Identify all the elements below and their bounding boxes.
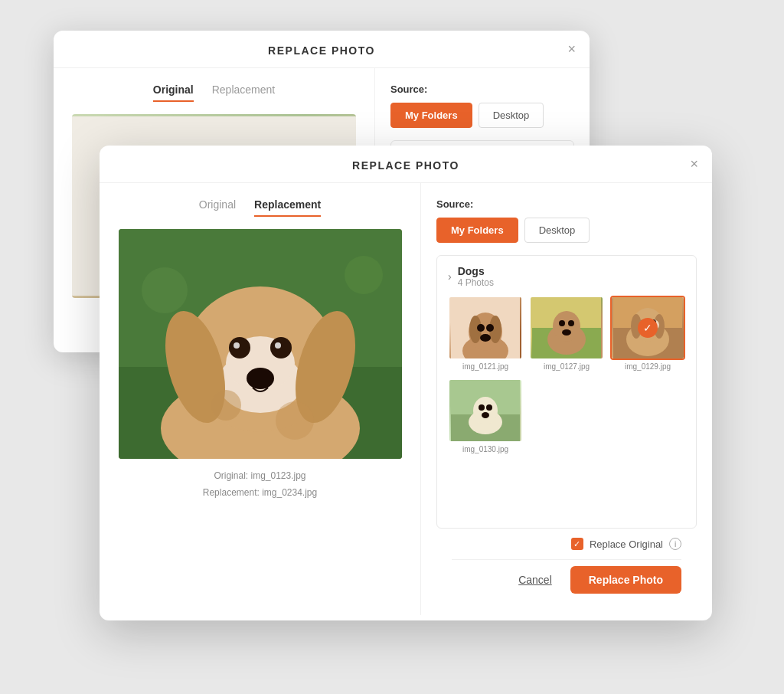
info-icon[interactable]: i <box>669 538 681 550</box>
svg-point-49 <box>480 334 491 342</box>
svg-point-27 <box>345 256 383 294</box>
fg-tab-original[interactable]: Original <box>199 198 236 217</box>
fg-left-panel: Original Replacement <box>100 183 421 615</box>
cancel-button[interactable]: Cancel <box>509 566 561 594</box>
bg-source-label: Source: <box>390 83 574 95</box>
fg-dogs-info: Dogs 4 Photos <box>458 265 494 288</box>
bg-close-button[interactable]: × <box>567 42 576 56</box>
fg-tab-replacement[interactable]: Replacement <box>254 198 321 217</box>
bg-source-buttons: My Folders Desktop <box>390 103 574 128</box>
photo-name-2: img_0127.jpg <box>529 362 604 371</box>
svg-point-37 <box>234 342 240 349</box>
fg-photos-grid-row2: img_0130.jpg <box>448 378 685 453</box>
photo-name-4: img_0130.jpg <box>448 445 523 453</box>
svg-point-41 <box>276 401 314 440</box>
svg-point-73 <box>486 404 492 411</box>
photo-image-2 <box>531 297 603 358</box>
fg-tabs: Original Replacement <box>199 198 321 217</box>
photo-item-1[interactable]: img_0121.jpg <box>448 296 523 371</box>
fg-replacement-image <box>119 229 402 459</box>
fg-folders-panel: › Dogs 4 Photos <box>436 255 697 529</box>
selected-check-icon: ✓ <box>638 318 658 338</box>
svg-point-36 <box>270 337 292 358</box>
svg-point-47 <box>477 324 485 332</box>
fg-my-folders-btn[interactable]: My Folders <box>436 218 518 243</box>
svg-point-55 <box>568 320 574 326</box>
svg-point-39 <box>247 368 274 389</box>
fg-source-buttons: My Folders Desktop <box>436 218 697 243</box>
bg-tabs: Original Replacement <box>153 83 275 102</box>
fg-dogs-chevron-icon: › <box>448 270 452 283</box>
fg-close-button[interactable]: × <box>690 157 698 171</box>
fg-dogs-section-header: › Dogs 4 Photos <box>448 265 685 288</box>
photo-name-1: img_0121.jpg <box>448 362 523 371</box>
fg-footer: ✓ Replace Original i Cancel Replace Phot… <box>436 529 697 600</box>
svg-point-38 <box>275 342 281 349</box>
svg-point-74 <box>482 412 489 418</box>
photo-name-3: img_0129.jpg <box>610 362 685 371</box>
photo-item-4[interactable]: img_0130.jpg <box>448 378 523 453</box>
photo-image-1 <box>449 297 521 358</box>
fg-desktop-btn[interactable]: Desktop <box>524 218 590 243</box>
svg-point-53 <box>553 311 580 342</box>
replace-original-row: ✓ Replace Original i <box>452 538 681 550</box>
bg-desktop-btn[interactable]: Desktop <box>479 103 544 128</box>
replace-photo-button[interactable]: Replace Photo <box>570 566 681 594</box>
fg-source-label: Source: <box>436 198 697 210</box>
replace-original-label: Replace Original <box>590 539 663 550</box>
svg-point-35 <box>229 337 250 358</box>
fg-dogs-title: Dogs <box>458 265 494 277</box>
photo-image-4 <box>449 380 521 441</box>
fg-dialog-header: REPLACE PHOTO × <box>100 146 712 183</box>
photo-item-2[interactable]: img_0127.jpg <box>529 296 604 371</box>
fg-caption-replacement: Replacement: img_0234.jpg <box>203 485 317 502</box>
fg-dogs-subtitle: 4 Photos <box>458 277 494 288</box>
fg-right-panel: Source: My Folders Desktop › Dogs 4 Phot… <box>421 183 712 615</box>
photo-thumb-1[interactable] <box>448 296 523 360</box>
photo-thumb-3[interactable]: ✓ <box>610 296 685 360</box>
svg-point-48 <box>486 324 494 332</box>
fg-caption-original: Original: img_0123.jpg <box>203 468 317 485</box>
svg-point-72 <box>479 404 485 411</box>
photo-item-3[interactable]: ✓ img_0129.jpg <box>610 296 685 371</box>
fg-dialog-body: Original Replacement <box>100 183 712 615</box>
bg-tab-replacement[interactable]: Replacement <box>212 83 276 102</box>
svg-point-40 <box>211 390 241 421</box>
fg-action-buttons: Cancel Replace Photo <box>452 559 681 600</box>
svg-point-54 <box>559 320 565 326</box>
bg-dialog-header: REPLACE PHOTO × <box>54 31 590 68</box>
svg-point-26 <box>142 267 188 313</box>
bg-my-folders-btn[interactable]: My Folders <box>390 103 472 128</box>
photo-thumb-2[interactable] <box>529 296 604 360</box>
photo-thumb-4[interactable] <box>448 378 523 443</box>
svg-point-56 <box>562 329 571 336</box>
bg-dialog-title: REPLACE PHOTO <box>268 44 375 57</box>
svg-point-71 <box>473 397 498 424</box>
bg-tab-original[interactable]: Original <box>153 83 194 102</box>
replace-original-checkbox[interactable]: ✓ <box>571 538 583 550</box>
fg-caption: Original: img_0123.jpg Replacement: img_… <box>203 468 317 501</box>
foreground-dialog: REPLACE PHOTO × Original Replacement <box>100 146 712 620</box>
fg-dialog-title: REPLACE PHOTO <box>352 159 459 172</box>
fg-photos-grid: img_0121.jpg <box>448 296 685 371</box>
